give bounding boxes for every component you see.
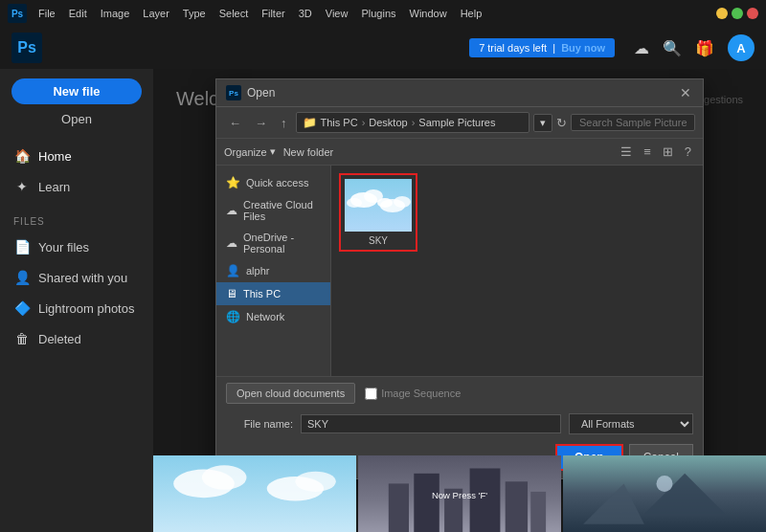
ds-network[interactable]: 🌐 Network	[216, 305, 330, 328]
ds-onedrive[interactable]: ☁ OneDrive - Personal	[216, 227, 330, 259]
files-section-label: FILES	[0, 209, 153, 231]
gift-icon[interactable]: 🎁	[695, 39, 714, 57]
open-dialog: Ps Open ✕ ← → ↑ 📁 This PC › Desktop ›	[215, 78, 704, 479]
organize-button[interactable]: Organize ▾	[224, 145, 276, 158]
forward-button[interactable]: →	[250, 114, 272, 132]
organize-dropdown-icon: ▾	[270, 145, 276, 158]
svg-point-11	[295, 472, 335, 492]
maximize-button[interactable]	[732, 8, 743, 19]
lightroom-icon: 🔷	[13, 300, 31, 316]
sidebar-item-lightroom[interactable]: 🔷 Lightroom photos	[0, 294, 153, 322]
up-button[interactable]: ↑	[276, 114, 292, 132]
view-details-button[interactable]: ≡	[640, 143, 655, 161]
file-name-label: SKY	[369, 235, 388, 246]
sidebar-nav: 🏠 Home ✦ Learn FILES 📄 Your files 👤 Shar…	[0, 142, 153, 353]
thumbnail-city[interactable]: Now Press 'F'	[358, 455, 561, 532]
dialog-title-text: Open	[247, 86, 678, 100]
breadcrumb-thispc[interactable]: This PC	[321, 117, 358, 128]
user-icon: 👤	[226, 264, 240, 277]
menu-plugins[interactable]: Plugins	[355, 6, 401, 21]
search-icon[interactable]: 🔍	[663, 39, 682, 57]
open-cloud-documents-button[interactable]: Open cloud documents	[226, 383, 355, 404]
avatar[interactable]: A	[728, 34, 755, 61]
dialog-sidebar: ⭐ Quick access ☁ Creative Cloud Files ☁ …	[216, 166, 331, 376]
network-icon: 🌐	[226, 310, 240, 323]
window-controls	[716, 8, 758, 19]
file-item-sky[interactable]: SKY	[341, 175, 416, 250]
menu-bar: File Edit Image Layer Type Select Filter…	[33, 6, 710, 21]
close-button[interactable]	[747, 8, 758, 19]
search-input[interactable]	[571, 114, 695, 131]
breadcrumb-desktop[interactable]: Desktop	[369, 117, 407, 128]
cloud-icon[interactable]: ☁	[634, 39, 649, 57]
top-icons: ☁ 🔍 🎁 A	[634, 34, 755, 61]
dialog-toolbar: Organize ▾ New folder ☰ ≡ ⊞ ?	[216, 139, 703, 166]
thumbnail-action[interactable]	[563, 455, 766, 532]
menu-type[interactable]: Type	[177, 6, 212, 21]
menu-filter[interactable]: Filter	[256, 6, 290, 21]
thumbnails-row: Now Press 'F'	[153, 455, 766, 532]
menu-image[interactable]: Image	[95, 6, 136, 21]
ds-this-pc[interactable]: 🖥 This PC	[216, 282, 330, 305]
open-button[interactable]: Open	[11, 112, 142, 126]
shared-icon: 👤	[13, 270, 31, 285]
minimize-button[interactable]	[716, 8, 728, 19]
format-select[interactable]: All Formats	[569, 413, 693, 434]
learn-icon: ✦	[13, 179, 31, 194]
title-bar: Ps File Edit Image Layer Type Select Fil…	[0, 0, 766, 27]
sidebar-item-your-files[interactable]: 📄 Your files	[0, 233, 153, 261]
thumbnail-sky[interactable]	[153, 455, 356, 532]
ds-alphr[interactable]: 👤 alphr	[216, 259, 330, 282]
file-thumbnail-sky	[345, 179, 412, 232]
sidebar-item-home[interactable]: 🏠 Home	[0, 142, 153, 170]
menu-select[interactable]: Select	[214, 6, 255, 21]
menu-file[interactable]: File	[33, 6, 61, 21]
menu-help[interactable]: Help	[455, 6, 488, 21]
breadcrumb-samplepictures[interactable]: Sample Pictures	[418, 117, 495, 128]
home-icon: 🏠	[13, 148, 31, 164]
menu-view[interactable]: View	[320, 6, 354, 21]
quick-access-icon: ⭐	[226, 176, 240, 189]
new-file-button[interactable]: New file	[11, 78, 142, 104]
image-sequence-checkbox[interactable]: Image Sequence	[365, 388, 461, 400]
svg-rect-18	[530, 492, 546, 532]
svg-rect-14	[414, 474, 439, 532]
svg-rect-17	[506, 481, 528, 532]
breadcrumb-bar: 📁 This PC › Desktop › Sample Pictures	[296, 112, 530, 133]
view-grid-button[interactable]: ⊞	[659, 143, 677, 161]
image-sequence-input[interactable]	[365, 388, 377, 400]
dialog-ps-logo: Ps	[226, 85, 241, 100]
content-area: Welcome to Photoshop, alphr ▲ Hide sugge…	[153, 69, 766, 532]
sidebar-item-shared[interactable]: 👤 Shared with you	[0, 263, 153, 292]
view-list-button[interactable]: ☰	[617, 143, 636, 161]
menu-edit[interactable]: Edit	[63, 6, 93, 21]
dialog-files-area: SKY	[331, 166, 703, 376]
refresh-button[interactable]: ↻	[556, 116, 567, 130]
onedrive-icon: ☁	[226, 236, 237, 250]
dialog-body: ⭐ Quick access ☁ Creative Cloud Files ☁ …	[216, 166, 703, 376]
main-layout: New file Open 🏠 Home ✦ Learn FILES 📄 You…	[0, 69, 766, 532]
menu-layer[interactable]: Layer	[137, 6, 175, 21]
ds-quick-access[interactable]: ⭐ Quick access	[216, 171, 330, 194]
file-icon: 📄	[13, 239, 31, 255]
computer-icon: 🖥	[226, 287, 237, 300]
new-folder-button[interactable]: New folder	[283, 146, 334, 158]
menu-window[interactable]: Window	[404, 6, 453, 21]
view-help-button[interactable]: ?	[681, 143, 695, 161]
svg-point-3	[347, 198, 362, 208]
filename-row: File name: All Formats	[216, 410, 703, 438]
dialog-title-bar: Ps Open ✕	[216, 79, 703, 107]
buy-now-link[interactable]: Buy now	[561, 42, 605, 54]
breadcrumb-dropdown[interactable]: ▾	[533, 114, 552, 132]
filename-input[interactable]	[301, 414, 561, 433]
sidebar-item-learn[interactable]: ✦ Learn	[0, 172, 153, 201]
back-button[interactable]: ←	[224, 114, 246, 132]
svg-point-23	[657, 476, 673, 492]
svg-point-5	[394, 196, 411, 208]
ds-creative-cloud[interactable]: ☁ Creative Cloud Files	[216, 194, 330, 227]
menu-3d[interactable]: 3D	[293, 6, 318, 21]
svg-rect-13	[389, 483, 409, 532]
ps-logo-small: Ps	[8, 4, 27, 23]
sidebar-item-deleted[interactable]: 🗑 Deleted	[0, 324, 153, 353]
dialog-close-button[interactable]: ✕	[678, 85, 693, 100]
